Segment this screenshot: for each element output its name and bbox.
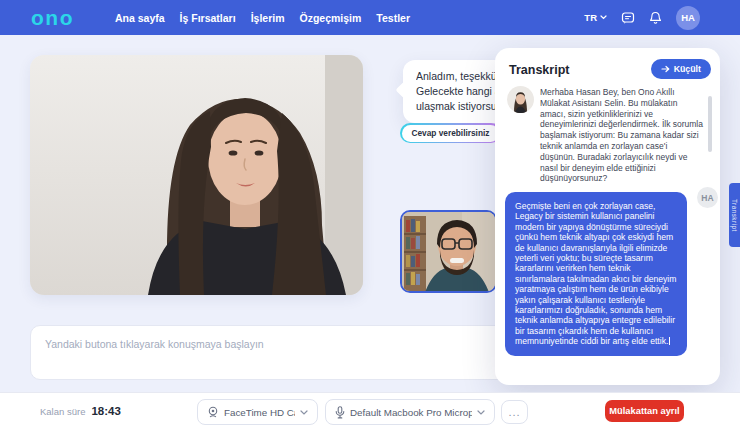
self-video-thumbnail <box>400 210 497 293</box>
collapse-button[interactable]: Küçült <box>651 59 711 79</box>
leave-interview-button[interactable]: Mülakattan ayrıl <box>605 400 684 422</box>
transcript-side-tab[interactable]: Transkript <box>729 183 740 247</box>
navbar: ono Ana sayfa İş Fırsatları İşlerim Özge… <box>0 0 740 35</box>
remaining-time-label: Kalan süre <box>40 406 85 417</box>
remaining-time: Kalan süre 18:43 <box>40 405 121 417</box>
chat-icon[interactable] <box>620 10 635 25</box>
transcript-title: Transkript <box>509 63 569 77</box>
nav-right: TR HA <box>584 6 700 30</box>
microphone-icon <box>335 406 345 419</box>
side-tab-label: Transkript <box>731 199 738 232</box>
user-message-bubble: Geçmişte beni en çok zorlayan case, Lega… <box>505 192 687 356</box>
chevron-down-icon <box>300 410 308 415</box>
language-label: TR <box>584 12 597 23</box>
candidate-portrait <box>402 212 497 293</box>
nav-item-resume[interactable]: Özgeçmişim <box>299 12 361 24</box>
nav-item-my-jobs[interactable]: İşlerim <box>251 12 285 24</box>
nav-item-home[interactable]: Ana sayfa <box>115 12 165 24</box>
language-selector[interactable]: TR <box>584 12 607 23</box>
arrow-right-icon <box>661 65 670 73</box>
interviewee-portrait <box>30 55 363 295</box>
chevron-down-icon <box>477 410 485 415</box>
remaining-time-value: 18:43 <box>91 405 120 417</box>
microphone-device-label: Default Macbook Pro Microp... <box>350 407 472 418</box>
assistant-avatar <box>507 86 534 113</box>
camera-device-label: FaceTime HD Cam... <box>224 407 295 418</box>
microphone-select[interactable]: Default Macbook Pro Microp... <box>325 399 495 425</box>
text-caret <box>669 337 670 345</box>
nav-item-tests[interactable]: Testler <box>376 12 410 24</box>
nav-item-jobs[interactable]: İş Fırsatları <box>180 12 236 24</box>
camera-icon <box>207 406 219 418</box>
nav-menu: Ana sayfa İş Fırsatları İşlerim Özgeçmiş… <box>115 12 410 24</box>
control-bar: Kalan süre 18:43 FaceTime HD Cam... Defa… <box>0 392 740 430</box>
answer-hint-label: Cevap verebilirsiniz <box>402 125 500 142</box>
user-avatar[interactable]: HA <box>676 6 700 30</box>
main-video-feed <box>30 55 363 295</box>
answer-hint-pill[interactable]: Cevap verebilirsiniz <box>400 123 501 143</box>
collapse-label: Küçült <box>674 64 701 74</box>
user-message-text: Geçmişte beni en çok zorlayan case, Lega… <box>515 201 676 346</box>
bell-icon[interactable] <box>648 10 663 25</box>
user-message-avatar: HA <box>697 187 718 208</box>
more-options-button[interactable]: ... <box>501 400 528 424</box>
assistant-message: Merhaba Hasan Bey, ben Ono Akıllı Mülaka… <box>540 87 703 184</box>
transcript-panel: Transkript Küçült Merhaba Hasan Bey, ben… <box>495 48 720 385</box>
camera-select[interactable]: FaceTime HD Cam... <box>197 399 318 425</box>
ono-logo[interactable]: ono <box>31 7 74 28</box>
transcript-scrollbar[interactable] <box>708 96 712 152</box>
chevron-down-icon <box>600 15 607 20</box>
